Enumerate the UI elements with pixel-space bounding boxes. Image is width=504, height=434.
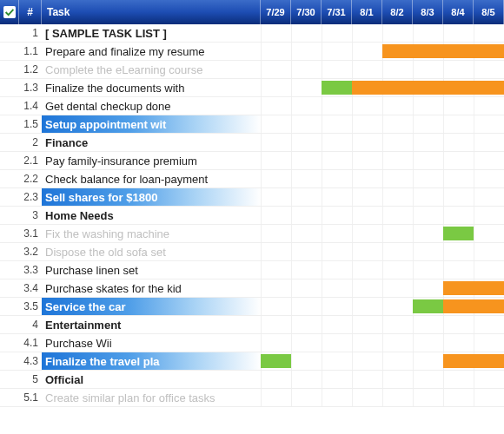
gantt-row — [261, 243, 504, 260]
row-task-label[interactable]: Fix the washing machine — [42, 225, 261, 242]
task-row[interactable]: 1.4Get dental checkup done — [0, 97, 504, 115]
gantt-cell — [443, 24, 474, 42]
gantt-row — [261, 43, 504, 60]
row-check-cell[interactable] — [0, 261, 19, 279]
gantt-cell — [261, 170, 291, 187]
row-check-cell[interactable] — [0, 207, 19, 224]
row-check-cell[interactable] — [0, 225, 19, 242]
gantt-row — [261, 170, 504, 187]
row-check-cell[interactable] — [0, 316, 19, 333]
task-row[interactable]: 3.4Purchase skates for the kid — [0, 279, 504, 298]
gantt-bar[interactable] — [261, 354, 291, 368]
row-check-cell[interactable] — [0, 79, 19, 96]
task-row[interactable]: 4.1Purchase Wii — [0, 334, 504, 352]
row-task-label[interactable]: Sell shares for $1800 — [42, 188, 261, 206]
row-number: 3 — [19, 207, 42, 224]
row-check-cell[interactable] — [0, 298, 19, 315]
row-check-cell[interactable] — [0, 24, 19, 42]
row-check-cell[interactable] — [0, 134, 19, 151]
task-row[interactable]: 1.1Prepare and finalize my resume — [0, 43, 504, 61]
task-row[interactable]: 1.3Finalize the documents with — [0, 79, 504, 97]
row-check-cell[interactable] — [0, 115, 19, 133]
task-row[interactable]: 1.5Setup appointment wit — [0, 115, 504, 134]
gantt-row — [261, 316, 504, 333]
row-task-label[interactable]: Setup appointment wit — [42, 115, 261, 133]
header-number-col[interactable]: # — [19, 0, 42, 24]
header-date-4[interactable]: 8/2 — [382, 0, 413, 24]
gantt-bar[interactable] — [443, 299, 504, 313]
task-row[interactable]: 3Home Needs — [0, 207, 504, 225]
gantt-bar[interactable] — [322, 81, 352, 95]
gantt-cell — [413, 115, 443, 133]
task-row[interactable]: 2.1Pay family-insurance premium — [0, 152, 504, 170]
row-task-label[interactable]: Purchase linen set — [42, 261, 261, 279]
task-row[interactable]: 3.3Purchase linen set — [0, 261, 504, 279]
header-date-1[interactable]: 7/30 — [291, 0, 322, 24]
task-row[interactable]: 2Finance — [0, 134, 504, 152]
check-icon — [3, 6, 16, 18]
task-row[interactable]: 2.2Check balance for loan-payment — [0, 170, 504, 188]
gantt-cell — [322, 43, 352, 60]
row-task-label[interactable]: Get dental checkup done — [42, 97, 261, 115]
task-row[interactable]: 1.2Complete the eLearning course — [0, 61, 504, 79]
row-task-label[interactable]: Prepare and finalize my resume — [42, 43, 261, 60]
task-row[interactable]: 4Entertainment — [0, 316, 504, 334]
row-task-label[interactable]: Check balance for loan-payment — [42, 170, 261, 187]
task-row[interactable]: 3.1Fix the washing machine — [0, 225, 504, 243]
gantt-bar[interactable] — [413, 299, 443, 313]
row-task-label[interactable]: Pay family-insurance premium — [42, 152, 261, 169]
row-task-label[interactable]: Finalize the documents with — [42, 79, 261, 96]
row-task-label[interactable]: Entertainment — [42, 316, 261, 333]
header-date-3[interactable]: 8/1 — [352, 0, 382, 24]
row-task-label[interactable]: Create similar plan for office tasks — [42, 389, 261, 406]
task-row[interactable]: 3.5Service the car — [0, 298, 504, 316]
row-task-label[interactable]: Finalize the travel pla — [42, 352, 261, 370]
gantt-bar[interactable] — [443, 281, 504, 295]
gantt-bar[interactable] — [443, 354, 504, 368]
row-check-cell[interactable] — [0, 334, 19, 352]
header-date-0[interactable]: 7/29 — [261, 0, 291, 24]
row-task-label[interactable]: Dispose the old sofa set — [42, 243, 261, 260]
gantt-bar[interactable] — [352, 81, 504, 95]
row-check-cell[interactable] — [0, 352, 19, 370]
row-check-cell[interactable] — [0, 389, 19, 406]
gantt-cell — [291, 24, 322, 42]
header-check-col[interactable] — [0, 0, 19, 24]
row-task-label[interactable]: Complete the eLearning course — [42, 61, 261, 78]
task-row[interactable]: 5Official — [0, 371, 504, 389]
row-check-cell[interactable] — [0, 152, 19, 169]
row-task-label[interactable]: Service the car — [42, 298, 261, 315]
gantt-bar[interactable] — [382, 44, 504, 58]
gantt-cell — [322, 316, 352, 333]
row-check-cell[interactable] — [0, 61, 19, 78]
header-date-7[interactable]: 8/5 — [474, 0, 504, 24]
row-task-label[interactable]: Official — [42, 371, 261, 388]
task-row[interactable]: 2.3Sell shares for $1800 — [0, 188, 504, 207]
row-check-cell[interactable] — [0, 43, 19, 60]
row-number: 4.3 — [19, 352, 42, 370]
task-row[interactable]: 3.2Dispose the old sofa set — [0, 243, 504, 261]
row-number: 5.1 — [19, 389, 42, 406]
header-date-5[interactable]: 8/3 — [413, 0, 443, 24]
row-check-cell[interactable] — [0, 371, 19, 388]
gantt-row — [261, 352, 504, 370]
gantt-bar[interactable] — [443, 227, 474, 240]
row-task-label[interactable]: Purchase skates for the kid — [42, 279, 261, 297]
task-row[interactable]: 5.1Create similar plan for office tasks — [0, 389, 504, 407]
row-check-cell[interactable] — [0, 170, 19, 187]
header-task-col[interactable]: Task — [42, 0, 261, 24]
row-check-cell[interactable] — [0, 279, 19, 297]
gantt-cell — [291, 97, 322, 115]
row-task-label[interactable]: Finance — [42, 134, 261, 151]
task-row[interactable]: 1[ SAMPLE TASK LIST ] — [0, 24, 504, 43]
header-date-2[interactable]: 7/31 — [322, 0, 352, 24]
row-check-cell[interactable] — [0, 243, 19, 260]
row-task-label[interactable]: Home Needs — [42, 207, 261, 224]
row-check-cell[interactable] — [0, 97, 19, 115]
row-task-label[interactable]: Purchase Wii — [42, 334, 261, 352]
task-row[interactable]: 4.3Finalize the travel pla — [0, 352, 504, 371]
gantt-cell — [413, 352, 443, 370]
header-date-6[interactable]: 8/4 — [443, 0, 474, 24]
row-check-cell[interactable] — [0, 188, 19, 206]
row-task-label[interactable]: [ SAMPLE TASK LIST ] — [42, 24, 261, 42]
